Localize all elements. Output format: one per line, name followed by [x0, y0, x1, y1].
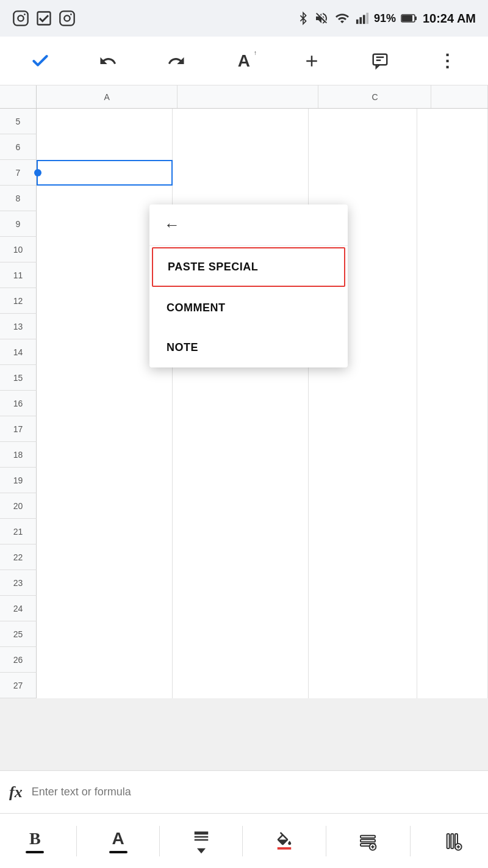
cell-b7[interactable] [173, 160, 309, 186]
cell-a20[interactable] [37, 493, 173, 519]
redo-button[interactable] [161, 46, 192, 76]
note-option[interactable]: NOTE [149, 328, 348, 367]
cell-b5[interactable] [173, 109, 309, 134]
cell-a25[interactable] [37, 621, 173, 647]
cell-c27[interactable] [309, 673, 417, 698]
undo-button[interactable] [93, 46, 123, 76]
paste-special-option[interactable]: PASTE SPECIAL [152, 247, 345, 287]
row-header: 25 [0, 621, 37, 647]
cell-b23[interactable] [173, 570, 309, 596]
checkmark-button[interactable] [25, 46, 56, 76]
cell-a24[interactable] [37, 596, 173, 621]
cell-b25[interactable] [173, 621, 309, 647]
cell-a6[interactable] [37, 134, 173, 160]
cell-b24[interactable] [173, 596, 309, 621]
comment-button[interactable] [365, 46, 395, 76]
table-row: 22 [0, 544, 488, 570]
cell-c18[interactable] [309, 442, 417, 468]
cell-b15[interactable] [173, 365, 309, 391]
font-size-button[interactable]: A ↑ [229, 46, 259, 76]
cell-b18[interactable] [173, 442, 309, 468]
cell-c23[interactable] [309, 570, 417, 596]
cell-c22[interactable] [309, 544, 417, 570]
cell-c15[interactable] [309, 365, 417, 391]
cell-a23[interactable] [37, 570, 173, 596]
cell-a17[interactable] [37, 416, 173, 442]
cell-d21[interactable] [417, 519, 488, 544]
text-color-button[interactable]: A [102, 824, 135, 858]
cell-d22[interactable] [417, 544, 488, 570]
cell-d9[interactable] [417, 211, 488, 237]
cell-c6[interactable] [309, 134, 417, 160]
cell-c19[interactable] [309, 468, 417, 493]
more-button[interactable]: ⋮ [432, 46, 463, 76]
comment-option[interactable]: COMMENT [149, 288, 348, 328]
cell-d19[interactable] [417, 468, 488, 493]
cell-a21[interactable] [37, 519, 173, 544]
cell-b16[interactable] [173, 391, 309, 416]
table-row: 20 [0, 493, 488, 519]
cell-b6[interactable] [173, 134, 309, 160]
cell-b21[interactable] [173, 519, 309, 544]
insert-col-button[interactable] [436, 826, 470, 856]
back-arrow-icon[interactable]: ← [164, 215, 180, 234]
row-header: 6 [0, 134, 37, 160]
align-button[interactable] [185, 823, 218, 859]
cell-c25[interactable] [309, 621, 417, 647]
table-row: 21 [0, 519, 488, 544]
cell-b22[interactable] [173, 544, 309, 570]
cell-d24[interactable] [417, 596, 488, 621]
table-row: 27 [0, 673, 488, 698]
svg-rect-13 [415, 16, 417, 20]
cell-a7-selected[interactable] [37, 160, 173, 186]
cell-d27[interactable] [417, 673, 488, 698]
cell-c7[interactable] [309, 160, 417, 186]
svg-rect-0 [13, 11, 27, 25]
cell-c26[interactable] [309, 647, 417, 673]
cell-d14[interactable] [417, 339, 488, 365]
cell-d11[interactable] [417, 262, 488, 288]
cell-a22[interactable] [37, 544, 173, 570]
cell-c24[interactable] [309, 596, 417, 621]
cell-a16[interactable] [37, 391, 173, 416]
cell-d6[interactable] [417, 134, 488, 160]
cell-c16[interactable] [309, 391, 417, 416]
row-header: 22 [0, 544, 37, 570]
cell-b17[interactable] [173, 416, 309, 442]
cell-c21[interactable] [309, 519, 417, 544]
cell-b26[interactable] [173, 647, 309, 673]
cell-d15[interactable] [417, 365, 488, 391]
cell-d10[interactable] [417, 237, 488, 262]
cell-b19[interactable] [173, 468, 309, 493]
cell-a27[interactable] [37, 673, 173, 698]
cell-d13[interactable] [417, 314, 488, 339]
cell-c5[interactable] [309, 109, 417, 134]
cell-a19[interactable] [37, 468, 173, 493]
cell-a26[interactable] [37, 647, 173, 673]
cell-a15[interactable] [37, 365, 173, 391]
cell-b27[interactable] [173, 673, 309, 698]
cell-c20[interactable] [309, 493, 417, 519]
cell-a18[interactable] [37, 442, 173, 468]
cell-d18[interactable] [417, 442, 488, 468]
cell-d7[interactable] [417, 160, 488, 186]
cell-c17[interactable] [309, 416, 417, 442]
cell-d25[interactable] [417, 621, 488, 647]
cell-b20[interactable] [173, 493, 309, 519]
cell-d20[interactable] [417, 493, 488, 519]
cell-a5[interactable] [37, 109, 173, 134]
fill-color-button[interactable] [268, 827, 301, 855]
cell-d26[interactable] [417, 647, 488, 673]
bold-label: B [29, 829, 41, 848]
add-button[interactable] [296, 46, 327, 76]
cell-d12[interactable] [417, 288, 488, 314]
cell-d16[interactable] [417, 391, 488, 416]
cell-d8[interactable] [417, 186, 488, 211]
cell-d5[interactable] [417, 109, 488, 134]
cell-d23[interactable] [417, 570, 488, 596]
bold-button[interactable]: B [18, 824, 51, 858]
insert-row-button[interactable] [351, 826, 385, 856]
context-menu-back[interactable]: ← [149, 204, 348, 246]
cell-d17[interactable] [417, 416, 488, 442]
formula-input[interactable] [32, 786, 479, 798]
